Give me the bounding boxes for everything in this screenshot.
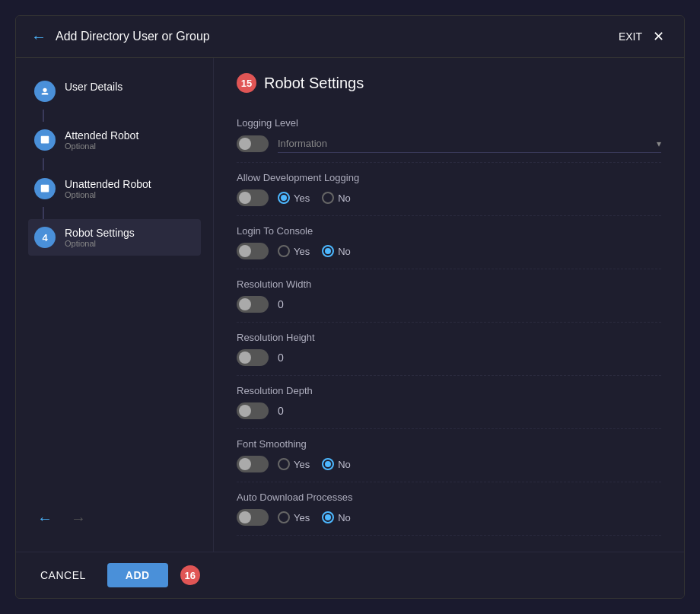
nav-arrows: ← →	[28, 495, 201, 536]
radio-group-login-to-console: Yes No	[278, 245, 351, 257]
field-controls-resolution-width: 0	[237, 296, 661, 313]
field-login-to-console: Login To Console Yes No	[237, 216, 661, 269]
toggle-slider-resolution-height	[237, 349, 269, 366]
step-text-robot-settings: Robot Settings Optional	[65, 227, 135, 248]
modal-footer: CANCEL ADD 16	[16, 552, 684, 598]
radio-label-yes-auto-download-processes: Yes	[294, 512, 310, 523]
sidebar-item-unattended-robot[interactable]: Unattended Robot Optional	[28, 170, 201, 207]
number-resolution-width: 0	[278, 298, 284, 310]
step-connector-1	[43, 110, 44, 122]
radio-yes-font-smoothing[interactable]: Yes	[278, 458, 310, 470]
field-label-logging-level: Logging Level	[237, 117, 661, 129]
field-label-login-to-console: Login To Console	[237, 225, 661, 237]
footer-badge: 16	[180, 565, 200, 585]
radio-group-font-smoothing: Yes No	[278, 458, 351, 470]
field-label-allow-dev-logging: Allow Development Logging	[237, 172, 661, 183]
step-sub-unattended-robot: Optional	[65, 190, 151, 199]
radio-label-yes-login-to-console: Yes	[294, 246, 310, 257]
step-icon-unattended-robot	[34, 178, 56, 199]
sidebar-item-user-details[interactable]: User Details	[28, 73, 201, 110]
field-label-resolution-height: Resolution Height	[237, 332, 661, 343]
field-controls-login-to-console: Yes No	[237, 243, 661, 259]
header-right: EXIT ✕	[619, 27, 669, 46]
sidebar-item-attended-robot[interactable]: Attended Robot Optional	[28, 122, 201, 158]
radio-no-auto-download-processes[interactable]: No	[322, 511, 351, 523]
header-left: ← Add Directory User or Group	[31, 28, 210, 46]
modal-container: ← Add Directory User or Group EXIT ✕ Use…	[15, 15, 685, 599]
step-name-user-details: User Details	[65, 81, 123, 93]
field-auto-download-processes: Auto Download Processes Yes No	[237, 482, 661, 536]
toggle-allow-dev-logging[interactable]	[237, 189, 269, 206]
radio-yes-allow-dev-logging[interactable]: Yes	[278, 192, 310, 204]
modal-body: User Details Attended Robot Optional	[16, 58, 684, 552]
radio-group-allow-dev-logging: Yes No	[278, 192, 351, 204]
sidebar-item-robot-settings[interactable]: 4 Robot Settings Optional	[28, 219, 201, 256]
radio-label-no-auto-download-processes: No	[338, 512, 351, 523]
radio-label-yes-allow-dev-logging: Yes	[294, 192, 310, 204]
toggle-resolution-width[interactable]	[237, 296, 269, 313]
field-label-font-smoothing: Font Smoothing	[237, 438, 661, 450]
exit-label: EXIT	[619, 30, 642, 43]
field-allow-dev-logging: Allow Development Logging Yes No	[237, 163, 661, 216]
number-resolution-height: 0	[278, 352, 284, 364]
toggle-slider-font-smoothing	[237, 456, 269, 472]
nav-back-button[interactable]: ←	[34, 507, 56, 530]
step-icon-user-details	[34, 81, 56, 102]
close-icon[interactable]: ✕	[648, 27, 669, 46]
field-label-resolution-depth: Resolution Depth	[237, 385, 661, 396]
back-arrow-icon[interactable]: ←	[31, 28, 46, 46]
field-controls-resolution-depth: 0	[237, 402, 661, 419]
radio-no-allow-dev-logging[interactable]: No	[322, 192, 351, 204]
field-resolution-depth: Resolution Depth 0	[237, 376, 661, 429]
step-text-user-details: User Details	[65, 81, 123, 93]
toggle-slider-resolution-depth	[237, 402, 269, 419]
sidebar: User Details Attended Robot Optional	[16, 58, 214, 552]
field-controls-logging-level: Information ▾	[237, 135, 661, 153]
field-logging-level: Logging Level Information ▾	[237, 108, 661, 163]
radio-circle-no-allow-dev-logging	[322, 192, 334, 204]
field-controls-allow-dev-logging: Yes No	[237, 189, 661, 206]
radio-circle-yes-font-smoothing	[278, 458, 290, 470]
radio-label-no-login-to-console: No	[338, 246, 351, 257]
radio-label-no-allow-dev-logging: No	[338, 192, 351, 204]
step-connector-3	[43, 207, 44, 219]
step-icon-attended-robot	[34, 129, 56, 151]
toggle-slider-allow-dev-logging	[237, 189, 269, 206]
radio-group-auto-download-processes: Yes No	[278, 511, 351, 523]
field-resolution-height: Resolution Height 0	[237, 323, 661, 376]
toggle-resolution-height[interactable]	[237, 349, 269, 366]
radio-yes-login-to-console[interactable]: Yes	[278, 245, 310, 257]
modal-title: Add Directory User or Group	[56, 30, 210, 43]
radio-no-login-to-console[interactable]: No	[322, 245, 351, 257]
section-title: Robot Settings	[264, 75, 364, 92]
modal-header: ← Add Directory User or Group EXIT ✕	[16, 16, 684, 58]
dropdown-logging-level[interactable]: Information ▾	[278, 135, 661, 153]
step-name-robot-settings: Robot Settings	[65, 227, 135, 239]
step-sub-attended-robot: Optional	[65, 142, 138, 151]
toggle-font-smoothing[interactable]	[237, 456, 269, 472]
step-name-attended-robot: Attended Robot	[65, 129, 138, 142]
cancel-button[interactable]: CANCEL	[31, 563, 95, 587]
field-font-smoothing: Font Smoothing Yes No	[237, 429, 661, 482]
radio-no-font-smoothing[interactable]: No	[322, 458, 351, 470]
step-text-unattended-robot: Unattended Robot Optional	[65, 178, 151, 199]
toggle-login-to-console[interactable]	[237, 243, 269, 259]
field-label-auto-download-processes: Auto Download Processes	[237, 492, 661, 503]
main-content: 15 Robot Settings Logging Level Informat…	[214, 58, 684, 552]
dropdown-value-logging-level: Information	[278, 138, 327, 149]
toggle-slider-resolution-width	[237, 296, 269, 313]
radio-yes-auto-download-processes[interactable]: Yes	[278, 511, 310, 523]
step-sub-robot-settings: Optional	[65, 239, 135, 248]
radio-circle-no-font-smoothing	[322, 458, 334, 470]
toggle-auto-download-processes[interactable]	[237, 509, 269, 526]
nav-forward-button[interactable]: →	[68, 507, 89, 530]
toggle-slider-logging-level	[237, 135, 269, 152]
step-connector-2	[43, 158, 44, 170]
add-button[interactable]: ADD	[107, 563, 168, 587]
field-controls-auto-download-processes: Yes No	[237, 509, 661, 526]
field-controls-font-smoothing: Yes No	[237, 456, 661, 472]
dropdown-arrow-icon: ▾	[657, 138, 661, 149]
toggle-resolution-depth[interactable]	[237, 402, 269, 419]
step-icon-robot-settings: 4	[34, 227, 56, 248]
toggle-logging-level[interactable]	[237, 135, 269, 152]
